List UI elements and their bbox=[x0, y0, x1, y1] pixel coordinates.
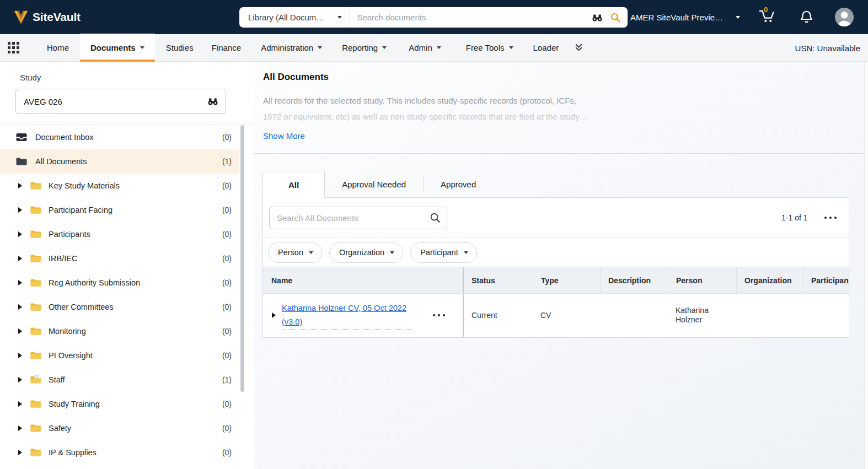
cell-description bbox=[600, 294, 668, 337]
expander-triangle-icon[interactable] bbox=[18, 401, 22, 407]
nav-home[interactable]: Home bbox=[47, 43, 69, 52]
filter-person[interactable]: Person bbox=[268, 242, 322, 263]
tree-item-document-inbox[interactable]: Document Inbox (0) bbox=[0, 125, 239, 149]
top-header-bar: SiteVault Library (All Docum… bbox=[0, 0, 868, 34]
folder-icon bbox=[30, 351, 42, 360]
binoculars-icon[interactable] bbox=[591, 13, 603, 22]
col-type[interactable]: Type bbox=[533, 267, 600, 293]
expander-triangle-icon[interactable] bbox=[18, 207, 22, 213]
expander-triangle-icon[interactable] bbox=[18, 304, 22, 310]
sidebar-scrollbar-thumb[interactable] bbox=[240, 125, 244, 392]
notifications-button[interactable] bbox=[799, 0, 814, 34]
tab-all[interactable]: All bbox=[262, 171, 325, 198]
tree-item-label: Document Inbox bbox=[35, 133, 222, 142]
col-status[interactable]: Status bbox=[464, 267, 533, 293]
page-scrollbar-track[interactable] bbox=[864, 62, 868, 469]
avatar-icon bbox=[835, 8, 854, 26]
expander-triangle-icon[interactable] bbox=[18, 328, 22, 334]
nav-studies[interactable]: Studies bbox=[166, 43, 194, 52]
tree-folder-reg-authority-submission[interactable]: Reg Authority Submission (0) bbox=[0, 271, 239, 295]
folder-icon bbox=[30, 205, 42, 215]
cell-participant bbox=[803, 294, 849, 337]
library-scope-dropdown[interactable]: Library (All Docum… bbox=[239, 7, 350, 28]
filter-participant[interactable]: Participant bbox=[410, 242, 477, 263]
nav-documents[interactable]: Documents bbox=[80, 34, 155, 62]
search-magnifier-icon[interactable] bbox=[610, 12, 621, 23]
caret-down-icon bbox=[437, 46, 441, 49]
folder-icon bbox=[30, 278, 42, 288]
global-search-box: Library (All Docum… bbox=[239, 7, 628, 28]
cell-type: CV bbox=[533, 294, 600, 337]
folder-doc-icon bbox=[30, 375, 42, 385]
tree-folder-staff[interactable]: Staff (1) bbox=[0, 368, 239, 392]
expander-triangle-icon[interactable] bbox=[18, 377, 22, 382]
expander-triangle-icon[interactable] bbox=[18, 425, 22, 431]
caret-down-icon bbox=[382, 46, 387, 49]
tree-item-label: All Documents bbox=[35, 157, 222, 166]
expander-triangle-icon[interactable] bbox=[18, 280, 22, 285]
caret-down-icon bbox=[318, 46, 322, 49]
nav-overflow[interactable] bbox=[574, 43, 583, 52]
cart-button[interactable]: 0 bbox=[758, 0, 776, 34]
caret-down-icon bbox=[464, 251, 468, 254]
row-expander-icon[interactable] bbox=[272, 312, 276, 318]
vault-selector-dropdown[interactable]: AMER SiteVault Previe… bbox=[630, 0, 740, 34]
tree-item-all-documents[interactable]: All Documents (1) bbox=[0, 149, 239, 174]
nav-admin[interactable]: Admin bbox=[409, 43, 441, 52]
cell-organization bbox=[736, 294, 803, 337]
sitevault-v-icon bbox=[13, 9, 29, 25]
ellipsis-menu-icon[interactable] bbox=[824, 214, 837, 222]
nav-finance[interactable]: Finance bbox=[212, 43, 241, 52]
document-link[interactable]: Katharina Holzner CV, 05 Oct 2022 (v3.0) bbox=[282, 301, 412, 330]
expander-triangle-icon[interactable] bbox=[18, 256, 22, 261]
binoculars-icon[interactable] bbox=[207, 96, 219, 106]
vault-selector-label: AMER SiteVault Previe… bbox=[630, 13, 723, 22]
tree-folder-safety[interactable]: Safety (0) bbox=[0, 416, 239, 440]
caret-down-icon bbox=[736, 16, 740, 19]
caret-down-icon bbox=[509, 46, 513, 49]
library-scope-label: Library (All Docum… bbox=[248, 13, 324, 22]
search-all-documents-input[interactable] bbox=[269, 207, 447, 229]
col-participant[interactable]: Participant bbox=[803, 267, 849, 293]
tree-folder-pi-oversight[interactable]: PI Oversight (0) bbox=[0, 343, 239, 368]
col-name[interactable]: Name bbox=[263, 267, 464, 293]
cell-person: Katharina Holzner bbox=[676, 306, 728, 325]
col-organization[interactable]: Organization bbox=[736, 267, 803, 293]
tree-folder-monitoring[interactable]: Monitoring (0) bbox=[0, 319, 239, 343]
search-magnifier-icon[interactable] bbox=[430, 212, 441, 224]
expander-triangle-icon[interactable] bbox=[18, 353, 22, 358]
tree-folder-ip-supplies[interactable]: IP & Supplies (0) bbox=[0, 440, 239, 465]
tree-folder-key-study-materials[interactable]: Key Study Materials (0) bbox=[0, 174, 239, 198]
caret-down-icon bbox=[337, 16, 342, 19]
nav-free-tools[interactable]: Free Tools bbox=[466, 43, 513, 52]
col-person[interactable]: Person bbox=[668, 267, 736, 293]
filter-organization[interactable]: Organization bbox=[329, 242, 403, 263]
tab-approval-needed[interactable]: Approval Needed bbox=[325, 171, 423, 197]
folder-icon bbox=[30, 229, 42, 239]
expander-triangle-icon[interactable] bbox=[18, 183, 22, 188]
user-avatar[interactable] bbox=[835, 0, 854, 34]
table-row: Katharina Holzner CV, 05 Oct 2022 (v3.0)… bbox=[263, 294, 849, 337]
folder-icon bbox=[30, 254, 42, 263]
nav-loader[interactable]: Loader bbox=[533, 43, 559, 52]
apps-grid-icon[interactable] bbox=[8, 42, 20, 54]
nav-reporting[interactable]: Reporting bbox=[342, 43, 387, 52]
expander-triangle-icon[interactable] bbox=[18, 231, 22, 237]
study-search-input[interactable] bbox=[15, 89, 226, 114]
expander-triangle-icon[interactable] bbox=[18, 450, 22, 455]
row-ellipsis-menu-icon[interactable] bbox=[433, 312, 446, 319]
show-more-link[interactable]: Show More bbox=[263, 131, 305, 141]
tree-folder-irb-iec[interactable]: IRB/IEC (0) bbox=[0, 246, 239, 271]
tab-approved[interactable]: Approved bbox=[424, 171, 493, 197]
usn-status: USN: Unavailable bbox=[795, 34, 860, 62]
col-description[interactable]: Description bbox=[600, 267, 668, 293]
pagination-label: 1-1 of 1 bbox=[781, 213, 807, 222]
page-description-line2: 1572 or equivalent, etc) as well as non … bbox=[263, 112, 588, 121]
tree-folder-study-training[interactable]: Study Training (0) bbox=[0, 392, 239, 416]
tree-folder-other-committees[interactable]: Other Committees (0) bbox=[0, 295, 239, 319]
search-documents-input[interactable] bbox=[350, 7, 591, 28]
nav-administration[interactable]: Administration bbox=[261, 43, 322, 52]
tree-folder-participant-facing[interactable]: Participant Facing (0) bbox=[0, 198, 239, 222]
folder-dark-icon bbox=[15, 157, 28, 166]
tree-folder-participants[interactable]: Participants (0) bbox=[0, 222, 239, 246]
